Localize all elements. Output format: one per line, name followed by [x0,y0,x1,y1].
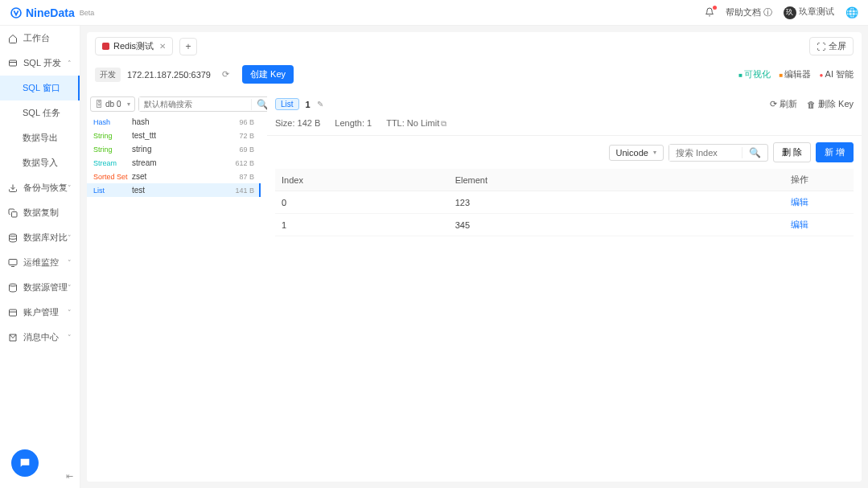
key-name: string [132,145,239,154]
delete-key-button[interactable]: 🗑删除 Key [807,98,854,110]
key-row[interactable]: Stringstring69 B [87,142,261,156]
sidebar-item[interactable]: 运维监控˅ [0,250,80,275]
app-header: NineData Beta 帮助文档 ⓘ 玖 玖章测试 🌐 [0,0,868,26]
sidebar-item[interactable]: 账户管理˅ [0,300,80,325]
external-link-icon[interactable]: ⧉ [441,119,446,128]
home-icon [8,34,19,43]
chat-fab-button[interactable] [11,449,39,477]
refresh-connection-icon[interactable]: ⟳ [222,69,229,80]
sidebar-item[interactable]: SQL 窗口 [0,76,80,100]
sidebar-item[interactable]: SQL 任务 [0,100,80,125]
svg-rect-1 [10,60,17,66]
key-size: 612 B [235,159,254,167]
db-select[interactable]: 🗄 db 0 ▾ [90,96,135,112]
trash-icon: 🗑 [807,100,816,109]
sidebar-item-label: 运维监控 [23,256,59,269]
add-row-button[interactable]: 新 增 [816,142,854,162]
key-row[interactable]: Hashhash96 B [87,115,261,129]
datasource-icon [8,283,19,293]
edit-key-icon[interactable]: ✎ [317,100,323,109]
key-row[interactable]: Streamstream612 B [87,156,261,170]
encoding-select[interactable]: Unicode ▾ [609,145,664,161]
sidebar-item[interactable]: 数据复制 [0,200,80,225]
editor-mode-link[interactable]: 编辑器 [779,68,811,80]
table-row: 0123编辑 [275,191,854,214]
svg-rect-9 [10,310,17,316]
account-icon [8,308,19,318]
chevron-down-icon: ˅ [68,234,72,242]
tab-redis-test[interactable]: Redis测试 ✕ [95,37,173,55]
chevron-up-icon: ˄ [68,59,72,68]
monitor-icon [8,258,19,268]
sidebar-item-label: 账户管理 [23,306,59,318]
edit-row-link[interactable]: 编辑 [791,219,808,229]
compare-icon [8,233,19,243]
ai-mode-link[interactable]: AI 智能 [819,68,854,80]
sidebar-item[interactable]: 数据库对比˅ [0,225,80,250]
beta-badge: Beta [80,9,95,17]
key-type: Stream [93,159,132,167]
tab-label: Redis测试 [113,40,154,52]
brand-logo[interactable]: NineData Beta [10,6,94,19]
sidebar-item[interactable]: 消息中心˅ [0,325,80,350]
sidebar-item-label: SQL 任务 [23,107,60,119]
key-name: zset [132,172,239,181]
key-row[interactable]: Listtest141 B [87,183,261,197]
sidebar-item-label: 数据源管理 [23,281,68,293]
copy-icon [8,208,19,218]
index-search[interactable]: 🔍 [668,144,768,162]
notification-bell-icon[interactable] [705,7,714,18]
sidebar-item[interactable]: 工作台 [0,26,80,51]
key-type: String [93,132,132,140]
key-search[interactable]: 🔍 [138,96,274,112]
visual-mode-link[interactable]: 可视化 [738,68,771,80]
key-type: Sorted Set [93,173,132,181]
sidebar-item[interactable]: 数据源管理˅ [0,275,80,300]
key-size: 96 B [239,118,254,126]
key-row[interactable]: Stringtest_ttt72 B [87,129,261,142]
refresh-key-button[interactable]: ⟳刷新 [770,98,797,110]
edit-row-link[interactable]: 编辑 [791,197,808,207]
key-size: 69 B [239,146,254,154]
message-icon [8,333,19,342]
fullscreen-button[interactable]: ⛶ 全屏 [809,37,854,55]
fullscreen-icon: ⛶ [817,42,825,51]
sidebar-item[interactable]: 数据导出 [0,125,80,150]
key-type-pill: List [275,98,299,110]
help-link[interactable]: 帮助文档 ⓘ [726,6,772,18]
delete-row-button[interactable]: 删 除 [773,142,811,162]
svg-rect-6 [9,259,17,265]
language-icon[interactable]: 🌐 [845,6,858,18]
env-badge: 开发 [95,68,121,82]
redis-icon [102,43,109,50]
user-menu[interactable]: 玖 玖章测试 [784,6,834,19]
close-tab-icon[interactable]: ✕ [159,42,166,51]
collapse-sidebar-icon[interactable]: ⇤ [66,471,73,482]
sidebar-item[interactable]: 备份与恢复˅ [0,175,80,200]
sidebar-item[interactable]: SQL 开发˄ [0,51,80,76]
chevron-down-icon: ˅ [68,309,72,317]
sql-icon [8,59,19,68]
svg-point-5 [10,234,17,236]
sidebar-item-label: 数据复制 [23,207,59,219]
chevron-down-icon: ˅ [68,184,72,192]
sidebar-item-label: SQL 开发 [23,57,61,69]
index-search-input[interactable] [669,145,742,161]
key-row[interactable]: Sorted Setzset87 B [87,170,261,183]
logo-icon [10,6,23,19]
add-tab-button[interactable]: + [179,38,197,55]
sidebar-item[interactable]: 数据导入 [0,150,80,175]
list-data-table: Index Element 操作 0123编辑1345编辑 [275,169,854,236]
key-list-panel: 🗄 db 0 ▾ 🔍 Hashhash96 BStringtest_ttt72 … [87,93,261,482]
search-icon[interactable]: 🔍 [742,147,767,158]
refresh-icon: ⟳ [770,99,777,109]
key-search-input[interactable] [139,97,251,111]
sidebar-item-label: 数据导入 [23,157,58,169]
cell-element: 123 [449,191,784,214]
key-detail-panel: List 1 ✎ ⟳刷新 🗑删除 Key Size: 142 B Length:… [267,93,862,482]
key-type: String [93,146,132,154]
chevron-down-icon: ▾ [127,100,130,108]
key-size: 87 B [239,173,254,181]
create-key-button[interactable]: 创建 Key [242,65,294,84]
col-op: 操作 [784,169,854,191]
